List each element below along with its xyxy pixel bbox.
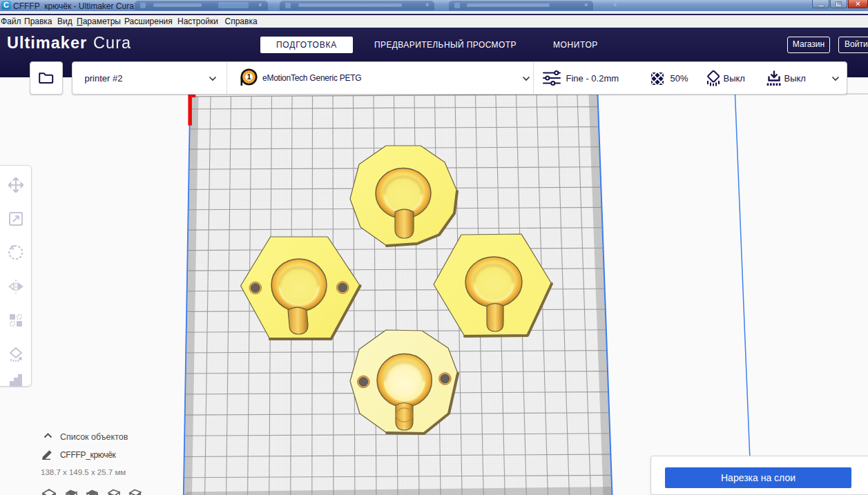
svg-text:1: 1: [247, 72, 251, 81]
